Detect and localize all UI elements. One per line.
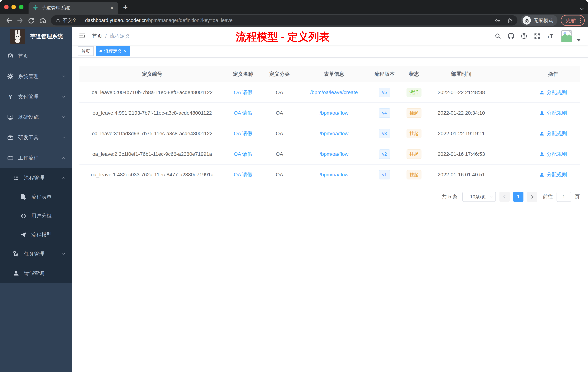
forward-icon[interactable]	[16, 17, 24, 24]
form-doc-icon	[20, 194, 27, 200]
definition-name-link[interactable]: OA 请假	[234, 89, 252, 96]
back-icon[interactable]	[5, 17, 13, 24]
chevron-down-icon	[61, 94, 66, 99]
definition-category: OA	[261, 144, 298, 164]
tab-search-chevron-icon[interactable]	[580, 6, 584, 10]
form-info-link[interactable]: /bpm/oa/flow	[320, 131, 348, 136]
assign-rule-button[interactable]: 分配规则	[539, 171, 567, 178]
sidebar-item-label: 流程表单	[31, 194, 52, 200]
sidebar-item-system[interactable]: 系统管理	[0, 66, 72, 87]
window-controls	[0, 0, 23, 14]
tab-strip: 芋道管理系统 × +	[0, 0, 588, 14]
help-question-icon[interactable]	[521, 33, 527, 39]
user-avatar-broken-image[interactable]	[560, 29, 574, 44]
definition-name-link[interactable]: OA 请假	[234, 130, 252, 137]
sidebar-item-process-form[interactable]: 流程表单	[0, 187, 72, 206]
tab-close-icon[interactable]: ×	[109, 5, 114, 11]
sidebar-item-process-management[interactable]: 流程管理	[0, 168, 72, 187]
sidebar-item-workflow[interactable]: 工作流程	[0, 148, 72, 168]
definition-name-link[interactable]: OA 请假	[234, 171, 252, 178]
assign-rule-button[interactable]: 分配规则	[539, 89, 567, 96]
status-badge: 挂起	[407, 149, 421, 159]
definition-name-link[interactable]: OA 请假	[234, 151, 252, 158]
zoom-window-button[interactable]	[19, 5, 23, 9]
sidebar-logo[interactable]: 芋道管理系统	[0, 27, 72, 46]
sidebar-item-process-model[interactable]: 流程模型	[0, 225, 72, 244]
gear-icon	[7, 73, 13, 79]
close-window-button[interactable]	[4, 5, 9, 9]
assign-rule-label: 分配规则	[546, 171, 567, 178]
form-info-link[interactable]: /bpm/oa/flow	[320, 172, 348, 178]
assign-rule-button[interactable]: 分配规则	[539, 109, 567, 117]
prev-page-button[interactable]	[499, 192, 510, 202]
home-icon[interactable]	[39, 17, 47, 24]
definition-id: oa_leave:5:004b710b-7b8a-11ec-8ef0-acde4…	[79, 82, 225, 102]
password-key-icon[interactable]	[495, 17, 501, 23]
form-info-link[interactable]: /bpm/oa/flow	[320, 151, 348, 157]
form-info-link[interactable]: /bpm/oa/flow	[320, 110, 348, 116]
sidebar-item-dev-tools[interactable]: 研发工具	[0, 127, 72, 148]
search-icon[interactable]	[494, 33, 501, 39]
incognito-icon	[523, 16, 531, 25]
sidebar-item-user-group[interactable]: 用户分组	[0, 206, 72, 225]
version-badge: v2	[379, 149, 390, 159]
github-icon[interactable]	[508, 33, 514, 39]
assign-rule-button[interactable]: 分配规则	[539, 130, 567, 137]
assign-rule-button[interactable]: 分配规则	[539, 151, 567, 158]
app-title: 芋道管理系统	[30, 33, 63, 40]
person-icon	[539, 131, 544, 136]
sidebar-item-label: 用户分组	[31, 212, 52, 219]
browser-menu-dots-icon[interactable]	[580, 18, 581, 23]
sidebar-item-task-management[interactable]: 任务管理	[0, 244, 72, 263]
sidebar-item-home[interactable]: 首页	[0, 46, 72, 66]
current-page-button[interactable]: 1	[513, 192, 524, 202]
browser-tab[interactable]: 芋道管理系统 ×	[29, 2, 118, 14]
update-label: 更新	[566, 17, 576, 24]
browser-update-button[interactable]: 更新	[561, 15, 585, 26]
reload-icon[interactable]	[28, 17, 35, 24]
table-row: oa_leave:3:1fad3d93-7b75-11ec-a3c8-acde4…	[79, 123, 580, 144]
assign-rule-label: 分配规则	[546, 89, 567, 96]
column-header: 定义编号	[79, 66, 225, 82]
url-path: /bpm/manager/definition?key=oa_leave	[147, 18, 232, 23]
definition-category: OA	[261, 123, 298, 144]
form-info-link[interactable]: /bpm/oa/leave/create	[310, 89, 358, 95]
tag-home[interactable]: 首页	[78, 46, 94, 56]
sidebar-item-infrastructure[interactable]: 基础设施	[0, 107, 72, 127]
hamburger-fold-icon[interactable]	[79, 33, 86, 39]
fullscreen-icon[interactable]	[534, 33, 540, 39]
sidebar-item-payment[interactable]: ¥ 支付管理	[0, 87, 72, 107]
next-page-button[interactable]	[527, 192, 537, 202]
goto-page-input[interactable]	[556, 192, 571, 202]
version-badge: v3	[379, 129, 390, 138]
status-badge: 挂起	[407, 129, 421, 138]
table-header-row: 定义编号 定义名称 定义分类 表单信息 流程版本 状态 部署时间 操作	[79, 66, 580, 82]
incognito-badge: 无痕模式	[521, 15, 557, 26]
tag-close-icon[interactable]: ×	[124, 49, 126, 54]
bookmark-star-icon[interactable]	[507, 17, 513, 23]
page-unit-label: 页	[575, 193, 580, 200]
broken-image-icon	[561, 30, 572, 43]
person-icon	[13, 270, 19, 276]
tree-icon	[13, 251, 19, 257]
navbar-actions	[494, 27, 554, 45]
minimize-window-button[interactable]	[11, 5, 16, 9]
chevron-up-icon	[61, 175, 66, 180]
assign-rule-label: 分配规则	[546, 109, 567, 117]
sidebar-menu: 首页 系统管理 ¥ 支付管理 基础设施	[0, 46, 72, 283]
new-tab-button[interactable]: +	[123, 3, 128, 11]
url-divider	[81, 18, 81, 23]
breadcrumb-home[interactable]: 首页	[92, 33, 102, 40]
assign-rule-label: 分配规则	[546, 130, 567, 137]
avatar-dropdown-caret-icon[interactable]	[577, 39, 581, 42]
sidebar-item-leave-query[interactable]: 请假查询	[0, 263, 72, 283]
page-size-select[interactable]: 10条/页	[462, 192, 496, 202]
monitor-icon	[7, 114, 13, 120]
yen-icon: ¥	[7, 93, 13, 100]
tag-process-definition[interactable]: 流程定义 ×	[96, 46, 130, 56]
definition-name-link[interactable]: OA 请假	[234, 109, 252, 117]
address-bar[interactable]: 不安全 dashboard.yudao.iocoder.cn/bpm/manag…	[51, 15, 517, 25]
font-size-icon[interactable]	[547, 33, 554, 39]
column-header: 定义分类	[261, 66, 298, 82]
not-secure-warning-icon[interactable]	[56, 18, 60, 23]
